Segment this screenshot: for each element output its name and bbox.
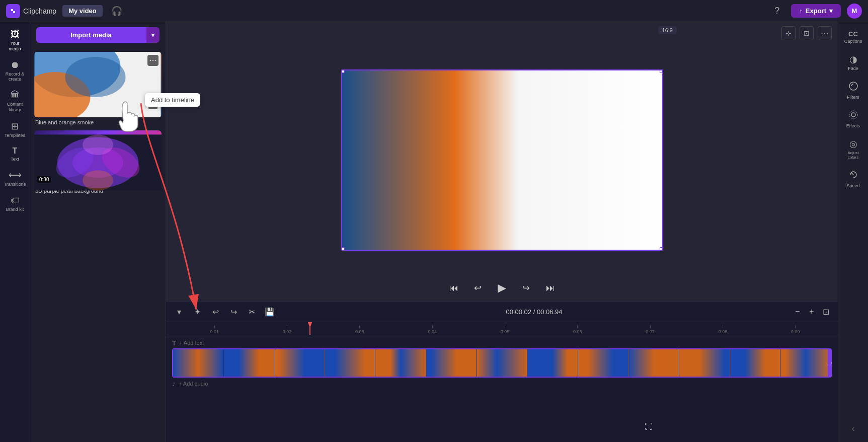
sidebar-item-brand-kit[interactable]: 🏷 Brand kit — [2, 192, 28, 215]
ruler-mark-006: 0:06 — [541, 325, 614, 334]
text-icon: T — [13, 146, 18, 156]
sidebar-item-adjust-colors[interactable]: ◎ Adjust colors — [840, 134, 866, 164]
frame-12 — [730, 349, 781, 377]
preview-canvas: ↻ — [341, 69, 663, 251]
frame-9 — [578, 349, 629, 377]
main-layout: 🖼 Your media ⏺ Record & create 🏛 Content… — [0, 22, 868, 442]
sidebar-label-brand-kit: Brand kit — [6, 207, 24, 212]
ruler-mark-008: 0:08 — [686, 325, 759, 334]
svg-point-11 — [83, 170, 113, 190]
sidebar-item-text[interactable]: T Text — [2, 143, 28, 165]
play-pause-btn[interactable]: ▶ — [494, 280, 510, 296]
sidebar-item-speed[interactable]: Speed — [840, 166, 866, 192]
timeline-ruler: 0:01 0:02 0:03 0:04 0:05 0:06 0:07 0:08 … — [166, 322, 838, 335]
effects-icon — [848, 110, 858, 122]
brand-kit-icon: 🏷 — [11, 195, 20, 206]
collapse-timeline-btn[interactable]: ▾ — [172, 305, 186, 319]
import-dropdown-button[interactable]: ▾ — [146, 27, 160, 43]
captions-label: Captions — [844, 39, 862, 44]
sidebar-item-record-create[interactable]: ⏺ Record & create — [2, 57, 28, 86]
save-btn[interactable]: 💾 — [263, 305, 277, 319]
record-icon: ⏺ — [11, 60, 20, 70]
sidebar-item-transitions[interactable]: ⟷ Transitions — [2, 167, 28, 190]
add-text-btn[interactable]: T + Add text — [166, 337, 838, 348]
timeline-time-display: 00:00.02 / 00:06.94 — [506, 308, 562, 316]
clip-end-handle[interactable]: ⋮ — [828, 348, 832, 378]
video-track: ⋮ — [172, 348, 832, 378]
svg-point-4 — [65, 57, 126, 97]
sparkle-btn[interactable]: ✦ — [190, 305, 204, 319]
captions-icon: CC — [848, 30, 858, 38]
sidebar-item-content-library[interactable]: 🏛 Content library — [2, 87, 28, 116]
sidebar-label-text: Text — [11, 157, 19, 162]
cut-btn[interactable]: ✂ — [245, 305, 259, 319]
project-title[interactable]: My video — [62, 5, 103, 17]
sidebar-item-fade[interactable]: ◑ Fade — [840, 50, 866, 75]
sidebar-label-library: Content library — [4, 102, 26, 113]
svg-rect-0 — [9, 7, 17, 15]
sidebar-item-filters[interactable]: Filters — [840, 77, 866, 104]
media-card-add-btn[interactable]: + — [147, 99, 159, 110]
sidebar-label-templates: Templates — [5, 133, 25, 138]
more-options-btn[interactable]: ⋯ — [818, 26, 832, 40]
zoom-in-btn[interactable]: + — [806, 306, 818, 318]
timeline-content: T + Add text — [166, 335, 838, 442]
sidebar-label-your-media: Your media — [4, 41, 26, 52]
timeline-zoom-controls: − + ⊡ — [792, 306, 832, 318]
sidebar-item-templates[interactable]: ⊞ Templates — [2, 118, 28, 141]
sidebar-item-effects[interactable]: Effects — [840, 106, 866, 132]
crop-icon[interactable]: ⊹ — [781, 26, 796, 40]
import-media-button[interactable]: Import media — [36, 27, 146, 43]
media-card-duration: 0:30 — [37, 176, 51, 183]
adjust-colors-label: Adjust colors — [842, 151, 864, 160]
go-to-start-btn[interactable]: ⏮ — [446, 280, 462, 296]
fit-timeline-btn[interactable]: ⊡ — [820, 306, 832, 318]
helmet-icon[interactable]: 🎧 — [109, 3, 125, 19]
media-card-1[interactable]: ⋯ + Blue and orange smoke — [34, 52, 162, 126]
undo-btn[interactable]: ↩ — [208, 305, 222, 319]
frame-4 — [325, 349, 376, 377]
frame-10 — [628, 349, 679, 377]
preview-area: 16:9 ⊹ ⊡ ⋯ ↻ — [166, 22, 838, 301]
center-content: 16:9 ⊹ ⊡ ⋯ ↻ — [166, 22, 838, 442]
frame-7 — [477, 349, 528, 377]
resize-handle-tr[interactable] — [660, 69, 663, 73]
sidebar-label-record: Record & create — [4, 71, 26, 83]
export-button[interactable]: ↑ Export ▾ — [791, 4, 841, 18]
go-to-end-btn[interactable]: ⏭ — [542, 280, 559, 296]
audio-track-icon: ♪ — [172, 380, 176, 388]
collapse-right-sidebar-btn[interactable]: ‹ — [848, 419, 859, 438]
fade-icon: ◑ — [849, 54, 857, 65]
rewind-5s-btn[interactable]: ↩ — [470, 280, 486, 296]
left-sidebar: 🖼 Your media ⏺ Record & create 🏛 Content… — [0, 22, 30, 442]
ruler-mark-003: 0:03 — [324, 325, 396, 334]
zoom-out-btn[interactable]: − — [792, 306, 804, 318]
avatar[interactable]: M — [847, 4, 862, 19]
filters-label: Filters — [847, 95, 859, 100]
media-thumb-blue-smoke — [34, 52, 162, 117]
library-icon: 🏛 — [11, 90, 20, 101]
right-sidebar: CC Captions ◑ Fade Filters Effec — [838, 22, 868, 442]
fit-icon[interactable]: ⊡ — [800, 26, 814, 40]
resize-handle-br[interactable] — [660, 247, 663, 251]
sidebar-item-captions[interactable]: CC Captions — [840, 26, 866, 48]
text-track-icon: T — [172, 339, 176, 347]
media-panel: Import media ▾ — [30, 22, 166, 442]
frame-8 — [527, 349, 578, 377]
sidebar-item-your-media[interactable]: 🖼 Your media — [2, 26, 28, 55]
fade-label: Fade — [848, 66, 858, 71]
app-name: Clipchamp — [23, 7, 56, 15]
forward-5s-btn[interactable]: ↪ — [518, 280, 534, 296]
current-time: 00:00.02 — [506, 308, 531, 316]
media-card-more-btn[interactable]: ⋯ — [147, 55, 159, 66]
preview-toolbar: 16:9 ⊹ ⊡ ⋯ — [166, 22, 838, 44]
help-icon[interactable]: ? — [769, 3, 785, 19]
add-audio-btn[interactable]: ♪ + Add audio — [166, 378, 838, 390]
adjust-colors-icon: ◎ — [849, 138, 857, 150]
resize-handle-tl[interactable] — [341, 69, 345, 73]
resize-handle-bl[interactable] — [341, 247, 345, 251]
frame-2 — [224, 349, 275, 377]
redo-btn[interactable]: ↪ — [226, 305, 241, 319]
timeline-clip[interactable] — [172, 348, 832, 378]
media-card-2[interactable]: 0:30 3D purple petal background — [34, 130, 162, 195]
